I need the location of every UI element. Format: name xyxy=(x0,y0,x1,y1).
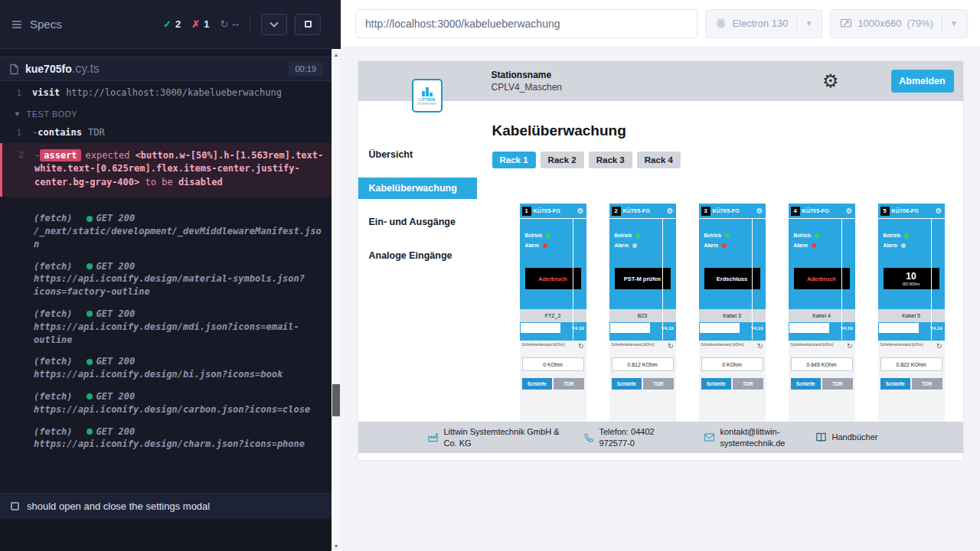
fetch-label: (fetch) xyxy=(34,355,73,368)
cable-input[interactable] xyxy=(789,323,829,333)
device-card-header: 3 KÜ705-FO ⚙ xyxy=(699,204,766,219)
rack-tab[interactable]: Rack 2 xyxy=(541,152,584,168)
sidebar-item[interactable]: Übersicht xyxy=(358,144,477,165)
specs-menu-button[interactable]: Specs xyxy=(11,18,62,31)
sidebar-item[interactable]: Kabelüberwachung xyxy=(358,178,477,199)
url-input[interactable] xyxy=(355,9,697,38)
rack-tab[interactable]: Rack 1 xyxy=(492,152,536,168)
device-card: 4 KÜ705-FO ⚙ Betrieb xyxy=(789,204,855,422)
logo-bars-icon xyxy=(422,86,433,96)
rack-tab[interactable]: Rack 3 xyxy=(589,152,632,168)
schleife-button[interactable]: Schleife xyxy=(791,378,822,390)
device-gear-icon[interactable]: ⚙ xyxy=(936,207,942,215)
tdr-button[interactable]: TDR xyxy=(822,378,853,390)
tdr-button[interactable]: TDR xyxy=(643,378,674,390)
fetch-status: GET 200 xyxy=(87,308,136,321)
aut-container: LITTWIN SYSTEMTECHNIK Stationsname CPLV4… xyxy=(341,47,980,551)
scrollbar-track[interactable] xyxy=(332,60,341,540)
device-number: 1 xyxy=(522,207,531,216)
station-info: Stationsname CPLV4_Maschen xyxy=(492,69,563,93)
status-text: PST-M prüfen xyxy=(624,276,661,282)
test-runner-panel: Specs ✓2 ✗1 ↻-- kue705fo.cy.ts 00:19 1 v… xyxy=(0,0,332,551)
footer-manuals[interactable]: Handbücher xyxy=(815,432,878,442)
collapse-button[interactable] xyxy=(261,14,287,35)
cable-input[interactable] xyxy=(700,323,740,333)
alarm-indicator: Alarm xyxy=(609,243,676,248)
failed-count: ✗1 xyxy=(191,18,209,30)
fetch-log-entry[interactable]: (fetch) GET 200 https://api.iconify.desi… xyxy=(0,260,332,298)
assert-badge: assert xyxy=(40,149,80,161)
scrollbar-thumb[interactable] xyxy=(332,384,340,416)
scroll-up-arrow[interactable]: ▲ xyxy=(332,49,341,60)
refresh-icon[interactable]: ↻ xyxy=(578,343,584,350)
refresh-icon[interactable]: ↻ xyxy=(847,343,853,350)
test-body-section[interactable]: ▼ TEST BODY xyxy=(0,100,332,125)
cable-input[interactable] xyxy=(521,323,560,333)
viewport-icon xyxy=(840,18,852,29)
measurement-panel: Schleifenwiderstand [kOhm] ↻ 0.645 KOhm … xyxy=(789,341,855,422)
contains-command[interactable]: 1 -containsTDR xyxy=(0,125,332,140)
rack-tab-label: Rack 3 xyxy=(596,155,625,165)
fetch-log-entry[interactable]: (fetch) GET 200 https://api.iconify.desi… xyxy=(0,425,332,452)
browser-select[interactable]: Electron 130 ▼ xyxy=(705,9,822,38)
schleife-button[interactable]: Schleife xyxy=(880,378,911,390)
alarm-indicator: Alarm xyxy=(878,243,945,248)
device-gear-icon[interactable]: ⚙ xyxy=(756,207,763,215)
device-card: 2 KÜ705-FO ⚙ Betrieb xyxy=(609,204,676,422)
fetch-label: (fetch) xyxy=(34,425,73,439)
refresh-icon[interactable]: ↻ xyxy=(936,343,942,350)
specs-label: Specs xyxy=(30,18,62,31)
spec-header[interactable]: kue705fo.cy.ts 00:19 xyxy=(0,57,332,81)
status-dot-icon xyxy=(87,263,93,269)
rack-tab-label: Rack 1 xyxy=(500,155,528,165)
stop-run-button[interactable] xyxy=(295,14,321,35)
tdr-button[interactable]: TDR xyxy=(733,378,763,390)
cable-name-field[interactable]: Kabel 3 xyxy=(699,309,766,322)
rack-tab-label: Rack 4 xyxy=(645,155,673,165)
sidebar-item[interactable]: Ein- und Ausgänge xyxy=(358,211,477,233)
cable-input[interactable] xyxy=(879,323,919,333)
fetch-log-entry[interactable]: (fetch) GET 200 https://api.iconify.desi… xyxy=(0,390,332,416)
cable-name-field[interactable]: FTZ_2 xyxy=(520,309,586,322)
spec-timer: 00:19 xyxy=(289,62,322,76)
betrieb-indicator: Betrieb xyxy=(789,233,855,238)
command-arg: http://localhost:3000/kabelueberwachung xyxy=(66,87,282,98)
schleife-button[interactable]: Schleife xyxy=(522,378,553,390)
device-number: 4 xyxy=(791,207,800,216)
failed-assert-command[interactable]: 2 -assertexpected <button.w-[50%].h-[1.5… xyxy=(0,143,332,197)
alarm-led xyxy=(543,243,547,248)
viewport-select[interactable]: 1000x660 (79%) ▼ xyxy=(830,9,968,38)
fetch-log-entry[interactable]: (fetch) GET 200 https://api.iconify.desi… xyxy=(0,308,332,346)
cable-name-field[interactable]: B23 xyxy=(609,309,676,322)
schleife-button[interactable]: Schleife xyxy=(701,378,732,390)
refresh-icon[interactable]: ↻ xyxy=(668,343,674,350)
app-footer: Littwin Systemtechnik GmbH & Co. KG Tele… xyxy=(358,422,963,453)
tdr-button[interactable]: TDR xyxy=(912,378,942,390)
next-test-title: should open and close the settings modal xyxy=(27,500,210,512)
refresh-icon[interactable]: ↻ xyxy=(757,343,763,350)
status-dot-icon xyxy=(87,311,93,317)
device-card-header: 5 KÜ706-FO ⚙ xyxy=(878,204,945,219)
device-gear-icon[interactable]: ⚙ xyxy=(667,207,674,215)
logout-button[interactable]: Abmelden xyxy=(891,70,954,93)
pending-count: ↻-- xyxy=(220,18,239,30)
next-test-row[interactable]: should open and close the settings modal xyxy=(0,493,332,519)
device-gear-icon[interactable]: ⚙ xyxy=(577,207,584,215)
cable-name-field[interactable]: Kabel 4 xyxy=(789,309,855,322)
cable-input[interactable] xyxy=(610,323,650,333)
fetch-log-entry[interactable]: (fetch) GET 200 https://api.iconify.desi… xyxy=(0,355,332,381)
fetch-log-entry[interactable]: (fetch) GET 200 /_next/static/developmen… xyxy=(0,212,332,250)
device-gear-icon[interactable]: ⚙ xyxy=(846,207,853,215)
device-card-header: 1 KÜ705-FO ⚙ xyxy=(520,204,586,219)
schleife-button[interactable]: Schleife xyxy=(612,378,642,390)
command-name: contains xyxy=(38,127,82,138)
tdr-button[interactable]: TDR xyxy=(554,378,584,390)
settings-gear-icon[interactable]: ⚙ xyxy=(822,72,839,90)
footer-company: Littwin Systemtechnik GmbH & Co. KG xyxy=(427,426,565,448)
cable-name-field[interactable]: Kabel 5 xyxy=(878,309,945,322)
rack-tab[interactable]: Rack 4 xyxy=(637,152,681,168)
visit-command[interactable]: 1 visithttp://localhost:3000/kabelueberw… xyxy=(0,85,332,100)
littwin-logo: LITTWIN SYSTEMTECHNIK xyxy=(412,79,443,112)
scroll-down-arrow[interactable]: ▼ xyxy=(332,540,341,551)
sidebar-item[interactable]: Analoge Eingänge xyxy=(358,245,477,266)
